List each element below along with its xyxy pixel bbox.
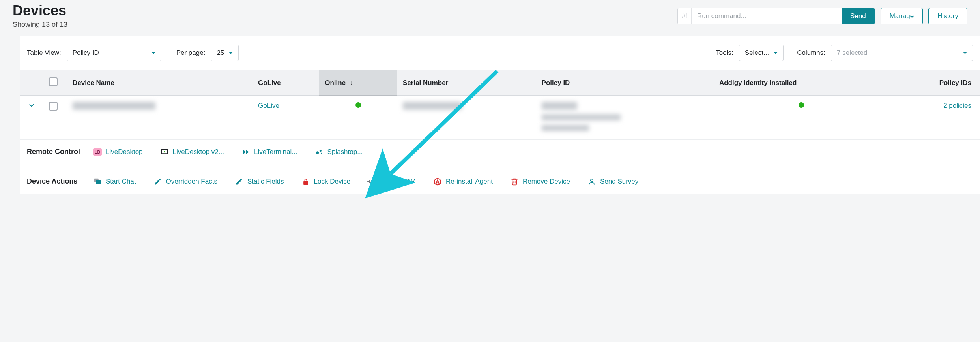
send-button[interactable]: Send [842,8,875,24]
send-survey-button[interactable]: Send Survey [587,177,638,186]
tools-select[interactable]: Select... [739,45,784,61]
serial-redacted [403,102,462,110]
live-terminal-button[interactable]: LiveTerminal... [241,148,297,156]
install-mdm-button[interactable]: +MDM Install MDM [368,177,416,186]
reinstall-agent-label: Re-install Agent [446,178,493,186]
col-golive[interactable]: GoLive [252,70,319,96]
policy-id-redacted [542,114,621,120]
user-icon [587,177,596,186]
overridden-facts-label: Overridden Facts [166,178,217,186]
sort-descending-icon: ↓ [350,79,353,86]
terminal-icon [241,148,250,156]
policies-link[interactable]: 2 policies [943,102,971,109]
addigy-status-dot [799,102,804,108]
static-fields-label: Static Fields [247,178,284,186]
remote-control-label: Remote Control [27,148,86,156]
play-monitor-icon [160,148,169,156]
send-survey-label: Send Survey [600,178,638,186]
static-fields-button[interactable]: Static Fields [235,177,284,186]
manage-button[interactable]: Manage [881,8,923,24]
live-desktop-button[interactable]: LD LiveDesktop [93,148,143,156]
live-desktop-v2-button[interactable]: LiveDesktop v2... [160,148,224,156]
table-view-select[interactable]: Policy ID [67,45,161,61]
online-status-dot [355,102,361,108]
row-checkbox[interactable] [49,102,58,111]
expand-row-toggle[interactable] [28,102,35,111]
chevron-down-icon [774,52,778,54]
policy-id-redacted [542,102,577,110]
svg-point-7 [434,179,441,185]
install-mdm-label: Install MDM [380,178,416,186]
command-bar: #! Send [677,8,875,24]
table-view-value: Policy ID [73,49,99,57]
pencil-icon [235,177,243,186]
chevron-down-icon [963,52,967,54]
start-chat-label: Start Chat [106,178,136,186]
svg-point-4 [321,153,322,154]
splashtop-label: Splashtop... [327,148,363,156]
history-button[interactable]: History [928,8,967,24]
svg-rect-6 [96,180,101,184]
tools-label: Tools: [716,49,733,57]
svg-marker-1 [164,151,165,153]
lock-device-label: Lock Device [314,178,351,186]
chevron-down-icon [229,52,233,54]
per-page-label: Per page: [176,49,206,57]
chat-icon [93,177,102,186]
command-prefix: #! [678,8,692,24]
table-row: GoLive 2 policies [20,96,980,140]
splashtop-icon [315,148,324,156]
col-policy-ids[interactable]: Policy IDs [888,70,980,96]
policy-id-redacted [542,125,589,131]
splashtop-button[interactable]: Splashtop... [315,148,363,156]
svg-point-2 [316,151,319,154]
col-policy-id[interactable]: Policy ID [536,70,714,96]
tools-value: Select... [745,49,769,57]
table-view-label: Table View: [27,49,61,57]
col-serial[interactable]: Serial Number [397,70,536,96]
col-online[interactable]: Online ↓ [319,70,397,96]
mdm-icon: +MDM [368,177,376,186]
per-page-value: 25 [217,49,224,57]
per-page-select[interactable]: 25 [211,45,239,61]
svg-point-3 [319,150,321,152]
trash-icon [510,177,519,186]
lock-icon [301,177,310,186]
lock-device-button[interactable]: Lock Device [301,177,351,186]
device-actions-label: Device Actions [27,177,86,186]
pencil-icon [153,177,162,186]
remove-device-button[interactable]: Remove Device [510,177,570,186]
live-desktop-icon: LD [93,148,102,156]
start-chat-button[interactable]: Start Chat [93,177,136,186]
columns-value: 7 selected [837,49,868,57]
device-name-redacted [73,102,155,110]
columns-label: Columns: [797,49,825,57]
svg-point-10 [591,179,593,182]
table-header-row: Device Name GoLive Online ↓ Serial Numbe… [20,70,980,96]
remove-device-label: Remove Device [523,178,570,186]
select-all-checkbox[interactable] [49,77,58,86]
col-device-name[interactable]: Device Name [67,70,252,96]
live-desktop-label: LiveDesktop [106,148,143,156]
live-terminal-label: LiveTerminal... [254,148,297,156]
col-addigy[interactable]: Addigy Identity Installed [714,70,888,96]
golive-link[interactable]: GoLive [258,102,279,109]
page-title: Devices [13,2,67,19]
command-input[interactable] [692,8,842,24]
page-subtitle: Showing 13 of 13 [13,21,67,29]
live-desktop-v2-label: LiveDesktop v2... [173,148,224,156]
overridden-facts-button[interactable]: Overridden Facts [153,177,217,186]
chevron-down-icon [151,52,155,54]
reinstall-agent-button[interactable]: Re-install Agent [433,177,493,186]
col-online-label: Online [325,79,346,86]
columns-select[interactable]: 7 selected [831,45,973,61]
reinstall-icon [433,177,442,186]
